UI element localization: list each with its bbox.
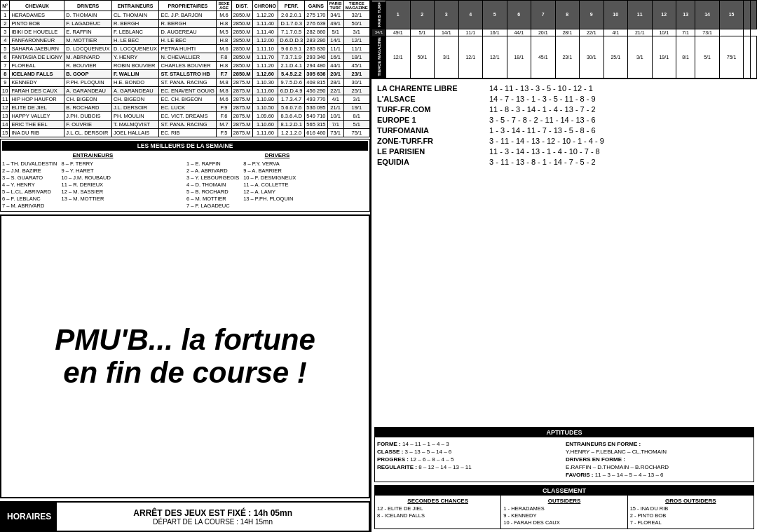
aptitudes-right: ENTRAINEURS EN FORME : Y.HENRY – F.LEBLA… — [566, 439, 751, 479]
classement-title: CLASSEMENT — [375, 486, 753, 496]
outsiders-label: OUTSIDERS — [503, 498, 625, 504]
table-row: 3IBIKI DE HOUELLEE. RAFFINF. LEBLANCD. A… — [1, 28, 370, 36]
list-item: EQUIDIA3 - 11 - 13 - 8 - 1 - 14 - 7 - 5 … — [377, 158, 751, 166]
list-item: 5 – B. ROCHARD — [186, 189, 239, 195]
col-gains: GAINS — [305, 1, 327, 11]
list-item: 3 – Y. LEBOURGEOIS — [186, 175, 239, 181]
list-item: 9 - KENNEDY — [503, 512, 625, 519]
classe-row: CLASSE : 3 – 13 – 5 – 14 – 6 — [377, 449, 563, 455]
list-item: 10 - FARAH DES CAUX — [503, 519, 625, 526]
table-row: 11HIP HOP HAUFORCH. BIGEONCH. BIGEONEC. … — [1, 95, 370, 104]
list-item: 4 – Y. HENRY — [2, 182, 57, 188]
pmub-section: PMU'B... la fortune en fin de course ! — [0, 214, 370, 498]
list-item: 10 – F. DESMIGNEUX — [243, 175, 296, 181]
list-item: 8 - ICELAND FALLS — [377, 512, 498, 519]
list-item: 2 - PINTO BOB — [630, 512, 751, 519]
table-row: 6FANTASIA DE LIGNYM. ABRIVARDY. HENRYN. … — [1, 53, 370, 62]
aptitudes-content: FORME : 14 – 11 – 1 – 4 – 3 CLASSE : 3 –… — [375, 437, 753, 482]
progres-row: PROGRES : 12 – 6 – 8 – 4 – 5 — [377, 456, 563, 463]
list-item: 4 – D. THOMAIN — [186, 182, 239, 188]
list-item: 2 – A. ABRIVARD — [186, 168, 239, 174]
horaires-section: HORAIRES ARRÊT DES JEUX EST FIXÉ : 14h 0… — [0, 501, 370, 532]
list-item: 13 – P.PH. PLOQUIN — [243, 196, 296, 202]
col-proprietaires: PROPRIETAIRES — [159, 1, 217, 11]
horaires-text: ARRÊT DES JEUX EST FIXÉ : 14h 05mn DÉPAR… — [57, 508, 369, 526]
favoris-row: FAVORIS : 11 – 3 – 14 – 5 – 4 – 13 – 6 — [566, 472, 751, 478]
entraineurs-col: ENTRAINEURS 1 – TH. DUVALDESTIN2 – J.M. … — [2, 152, 184, 210]
list-item: 5 – L.CL. ABRIVARD — [2, 189, 57, 195]
list-item: L'ALSACE14 - 7 - 13 - 1 - 3 - 5 - 11 - 8… — [377, 95, 751, 103]
col-chevaux: CHEVAUX — [10, 1, 64, 11]
progres-val: 12 – 6 – 8 – 4 – 5 — [410, 456, 453, 463]
col-chrono: CHRONO — [252, 1, 278, 11]
list-item: 1 – TH. DUVALDESTIN — [2, 161, 57, 167]
table-row: 14ERIC THE EELF. OUVRIET. MALMQVISTST. P… — [1, 121, 370, 129]
list-item: 11 – R. DERIEUX — [62, 182, 111, 188]
list-item: TURFOMANIA1 - 3 - 14 - 11 - 7 - 13 - 5 -… — [377, 126, 751, 135]
table-row: 5SAHARA JAEBURND. LOCQUENEUXD. LOCQUENEU… — [1, 45, 370, 53]
list-item: 1 – E. RAFFIN — [186, 161, 239, 167]
regularite-label: REGULARITE : — [377, 464, 417, 470]
table-row: 1HERADAMESD. THOMAINCL. THOMAINEC. J.P. … — [1, 11, 370, 20]
list-item: EUROPE 13 - 5 - 7 - 8 - 2 - 11 - 14 - 13… — [377, 116, 751, 124]
favoris-val: 11 – 3 – 14 – 5 – 4 – 13 – 6 — [595, 472, 664, 478]
secondes-chances-label: SECONDES CHANCES — [377, 498, 498, 504]
entraineurs-forme-val: Y.HENRY – F.LEBLANC – CL.THOMAIN — [566, 449, 667, 455]
list-item: 8 – F. TERRY — [62, 161, 111, 167]
list-item: 13 – M. MOTTIER — [62, 196, 111, 202]
gros-outsiders-label: GROS OUTSIDERS — [630, 498, 751, 504]
secondes-chances-col: SECONDES CHANCES 12 - ELITE DE JIEL8 - I… — [375, 496, 501, 528]
list-item: TURF-FR.COM11 - 8 - 3 - 14 - 1 - 4 - 13 … — [377, 105, 751, 114]
list-item: 10 – J.M. ROUBAUD — [62, 175, 111, 181]
list-item: 6 – M. MOTTIER — [186, 196, 239, 202]
entraineurs-label: ENTRAINEURS — [2, 152, 184, 158]
list-item: 12 - ELITE DE JIEL — [377, 505, 498, 512]
tierce-magazine-label: TIERCE MAGAZINE — [372, 36, 386, 79]
table-row: 2PINTO BOBF. LAGADEUCR. BERGHR. BERGHH.8… — [1, 20, 370, 28]
classe-val: 3 – 13 – 5 – 14 – 6 — [405, 449, 452, 455]
list-item: 7 – F. LAGADEUC — [186, 203, 239, 209]
col-paris-turf: PARISTURF — [327, 1, 343, 11]
entraineurs-forme-val-row: Y.HENRY – F.LEBLANC – CL.THOMAIN — [566, 449, 751, 455]
classement-cols: SECONDES CHANCES 12 - ELITE DE JIEL8 - I… — [375, 496, 753, 528]
forme-val: 14 – 11 – 1 – 4 – 3 — [402, 441, 449, 447]
horaires-sub: DÉPART DE LA COURSE : 14H 15mn — [57, 518, 369, 526]
horaires-main: ARRÊT DES JEUX EST FIXÉ : 14h 05mn — [57, 508, 369, 518]
regularite-row: REGULARITE : 8 – 12 – 14 – 13 – 11 — [377, 464, 563, 470]
drivers-label: DRIVERS — [186, 152, 368, 158]
drivers-forme-val: E.RAFFIN – D.THOMAIN – B.ROCHARD — [566, 464, 669, 470]
top-grid-table: PARIS TURF 1 2 3 4 5 6 7 8 9 10 11 12 13… — [371, 0, 757, 79]
table-row: 10FARAH DES CAUXA. GARANDEAUA. GARANDEAU… — [1, 87, 370, 95]
drivers-forme-label: DRIVERS EN FORME : — [566, 456, 625, 463]
aptitudes-section: APTITUDES FORME : 14 – 11 – 1 – 4 – 3 CL… — [374, 427, 754, 482]
list-item: 7 – M. ABRIVARD — [2, 203, 57, 209]
progres-label: PROGRES : — [377, 456, 409, 463]
list-item: LE PARISIEN11 - 3 - 14 - 13 - 1 - 4 - 10… — [377, 147, 751, 156]
drivers-forme-val-row: E.RAFFIN – D.THOMAIN – B.ROCHARD — [566, 464, 751, 470]
list-item: 9 – A. BARRIER — [243, 168, 296, 174]
col-drivers: DRIVERS — [64, 1, 112, 11]
entraineurs-forme-row: ENTRAINEURS EN FORME : — [566, 441, 751, 447]
list-item: 12 – M. SASSIER — [62, 189, 111, 195]
col-perf: PERF. — [278, 1, 305, 11]
outsiders-col: OUTSIDERS 1 - HERADAMES9 - KENNEDY10 - F… — [501, 496, 627, 528]
left-panel: N° CHEVAUX DRIVERS ENTRAINEURS PROPRIETA… — [0, 0, 371, 532]
entraineurs-forme-label: ENTRAINEURS EN FORME : — [566, 441, 641, 447]
list-item: ZONE-TURF.FR3 - 11 - 14 - 13 - 12 - 10 -… — [377, 137, 751, 145]
regularite-val: 8 – 12 – 14 – 13 – 11 — [418, 464, 472, 470]
favoris-label: FAVORIS : — [566, 472, 593, 478]
paris-turf-label: PARIS TURF — [372, 1, 386, 29]
list-item: 12 – A. LAMY — [243, 189, 296, 195]
col-dist: DIST. — [231, 1, 252, 11]
classe-label: CLASSE : — [377, 449, 403, 455]
aptitudes-title: APTITUDES — [375, 428, 753, 437]
race-table-container: N° CHEVAUX DRIVERS ENTRAINEURS PROPRIETA… — [0, 0, 370, 137]
meilleurs-title: LES MEILLEURS DE LA SEMAINE — [2, 141, 368, 151]
list-item: 15 - INA DU RIB — [630, 505, 751, 512]
col-entraineurs: ENTRAINEURS — [111, 1, 159, 11]
col-tierce: TIERCEMAGAZINE — [343, 1, 369, 11]
table-row: 7FLOREALR. BOUVIERROBIN BOUVIERCHARLES B… — [1, 62, 370, 70]
forme-label: FORME : — [377, 441, 401, 447]
gros-outsiders-col: GROS OUTSIDERS 15 - INA DU RIB2 - PINTO … — [628, 496, 753, 528]
list-item: 1 - HERADAMES — [503, 505, 625, 512]
